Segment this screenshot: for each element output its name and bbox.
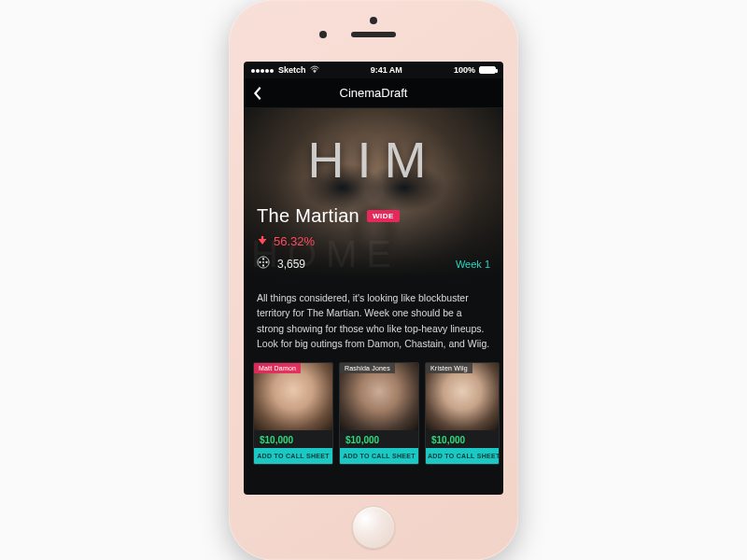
- battery-percent: 100%: [454, 65, 475, 75]
- clock: 9:41 AM: [371, 65, 402, 75]
- svg-point-5: [259, 261, 261, 263]
- cast-photo: Kristen Wiig: [426, 363, 499, 430]
- cast-name: Rashida Jones: [340, 363, 395, 373]
- movie-title: The Martian: [257, 205, 359, 227]
- svg-point-6: [262, 261, 264, 263]
- home-button[interactable]: [352, 506, 395, 549]
- phone-speaker: [351, 32, 396, 37]
- signal-strength-icon: [251, 65, 275, 75]
- cast-name: Kristen Wiig: [426, 363, 472, 373]
- cast-card[interactable]: Kristen Wiig $10,000 ADD TO CALL SHEET: [425, 362, 500, 465]
- wifi-icon: [310, 65, 319, 75]
- cast-price: $10,000: [254, 430, 332, 448]
- cast-price: $10,000: [426, 430, 499, 448]
- svg-rect-0: [261, 236, 263, 240]
- cast-photo: Matt Damon: [254, 363, 332, 430]
- nav-bar: CinemaDraft: [244, 78, 503, 108]
- theater-count: 3,659: [277, 258, 305, 271]
- phone-camera: [319, 31, 327, 38]
- svg-point-3: [265, 261, 267, 263]
- movie-hero: HIM HOME The Martian WIDE 56.32% 3,659: [244, 108, 503, 281]
- cast-name: Matt Damon: [254, 363, 301, 373]
- cast-price: $10,000: [340, 430, 418, 448]
- page-title: CinemaDraft: [340, 86, 408, 100]
- phone-frame: Sketch 9:41 AM 100% CinemaDraft HIM HOME: [229, 0, 518, 560]
- trend-down-icon: [257, 235, 268, 248]
- add-to-call-sheet-button[interactable]: ADD TO CALL SHEET: [426, 448, 499, 464]
- carrier-label: Sketch: [278, 65, 306, 75]
- phone-sensor: [370, 17, 377, 24]
- svg-point-2: [262, 258, 264, 259]
- chevron-left-icon: [252, 86, 263, 101]
- app-screen: Sketch 9:41 AM 100% CinemaDraft HIM HOME: [244, 62, 503, 495]
- svg-point-4: [262, 264, 264, 266]
- add-to-call-sheet-button[interactable]: ADD TO CALL SHEET: [254, 448, 332, 464]
- cast-strip[interactable]: Matt Damon $10,000 ADD TO CALL SHEET Ras…: [244, 362, 503, 465]
- add-to-call-sheet-button[interactable]: ADD TO CALL SHEET: [340, 448, 418, 464]
- battery-icon: [479, 66, 496, 74]
- status-bar: Sketch 9:41 AM 100%: [244, 62, 503, 78]
- poster-headline: HIM: [244, 131, 503, 189]
- drop-percentage: 56.32%: [274, 234, 315, 248]
- cast-card[interactable]: Rashida Jones $10,000 ADD TO CALL SHEET: [339, 362, 419, 465]
- movie-description: All things considered, it's looking like…: [244, 281, 503, 362]
- back-button[interactable]: [249, 85, 266, 102]
- cast-photo: Rashida Jones: [340, 363, 418, 430]
- release-badge: WIDE: [367, 210, 400, 222]
- cast-card[interactable]: Matt Damon $10,000 ADD TO CALL SHEET: [253, 362, 333, 465]
- film-reel-icon: [257, 256, 270, 272]
- week-label[interactable]: Week 1: [456, 259, 490, 270]
